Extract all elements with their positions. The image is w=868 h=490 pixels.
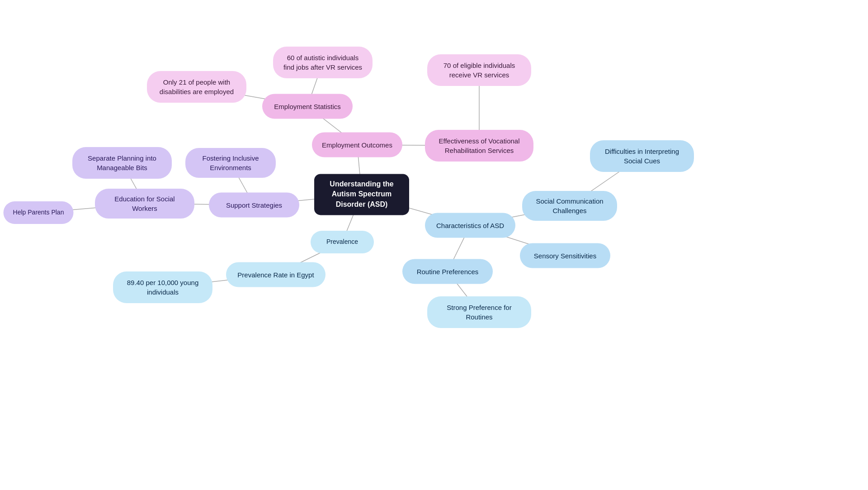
- node-sensory-sensitivities[interactable]: Sensory Sensitivities: [520, 243, 610, 268]
- node-education-social-workers[interactable]: Education for Social Workers: [95, 189, 194, 219]
- node-fostering-inclusive[interactable]: Fostering Inclusive Environments: [185, 148, 276, 178]
- node-routine-preferences[interactable]: Routine Preferences: [402, 259, 493, 284]
- node-characteristics-asd[interactable]: Characteristics of ASD: [425, 213, 515, 238]
- node-strong-preference[interactable]: Strong Preference for Routines: [427, 296, 531, 328]
- node-only-disabled[interactable]: Only 21 of people with disabilities are …: [147, 71, 246, 103]
- node-effectiveness-vr[interactable]: Effectiveness of Vocational Rehabilitati…: [425, 130, 533, 162]
- node-per-individuals[interactable]: 89.40 per 10,000 young individuals: [113, 271, 212, 303]
- node-difficulties-interpreting[interactable]: Difficulties in Interpreting Social Cues: [590, 140, 694, 172]
- node-seventy-receive[interactable]: 70 of eligible individuals receive VR se…: [427, 54, 531, 86]
- node-prevalence[interactable]: Prevalence: [311, 231, 374, 253]
- node-separate-planning[interactable]: Separate Planning into Manageable Bits: [72, 147, 172, 179]
- node-employment-statistics[interactable]: Employment Statistics: [262, 94, 353, 119]
- node-help-parents-plan[interactable]: Help Parents Plan: [4, 201, 74, 224]
- node-employment-outcomes[interactable]: Employment Outcomes: [312, 133, 402, 157]
- node-prevalence-rate-egypt[interactable]: Prevalence Rate in Egypt: [226, 262, 326, 287]
- node-social-communication[interactable]: Social Communication Challenges: [522, 191, 617, 221]
- node-support-strategies[interactable]: Support Strategies: [209, 193, 299, 218]
- mindmap-container: Understanding the Autism Spectrum Disord…: [0, 0, 868, 490]
- node-center[interactable]: Understanding the Autism Spectrum Disord…: [314, 174, 409, 215]
- node-sixty-jobs[interactable]: 60 of autistic individuals find jobs aft…: [273, 47, 373, 78]
